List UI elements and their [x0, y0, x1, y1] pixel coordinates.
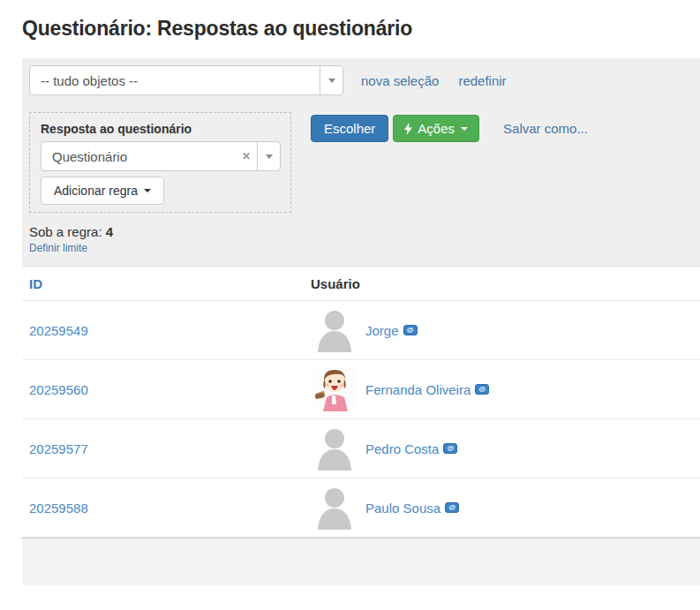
table-row: 20259577 — [22, 419, 700, 478]
new-selection-link[interactable]: nova seleção — [361, 73, 439, 88]
saved-selection-value: -- tudo objetos -- — [30, 66, 320, 94]
chevron-down-icon — [266, 154, 273, 159]
saved-selection-row: -- tudo objetos -- nova seleção redefini… — [29, 65, 691, 95]
column-header-id: ID — [22, 276, 311, 291]
record-id-link[interactable]: 20259560 — [29, 382, 88, 397]
id-cell: 20259588 — [22, 501, 311, 516]
actions-button-label: Ações — [418, 121, 455, 136]
clear-icon[interactable]: ✕ — [236, 142, 257, 170]
avatar — [311, 486, 358, 530]
under-rule-count: Sob a regra: 4 — [29, 224, 691, 239]
sort-by-id-link[interactable]: ID — [29, 276, 42, 291]
table-row: 20259549 — [22, 301, 700, 360]
table-row: 20259588 — [22, 478, 700, 538]
user-cell: Paulo Sousa @ — [311, 486, 700, 530]
record-id-link[interactable]: 20259588 — [29, 501, 88, 516]
save-as-link[interactable]: Salvar como... — [503, 121, 588, 136]
avatar — [311, 426, 358, 471]
contact-at-icon[interactable]: @ — [445, 502, 459, 513]
rule-select[interactable]: Questionário ✕ — [41, 141, 281, 171]
page-title: Questionário: Respostas ao questionário — [22, 17, 700, 41]
user-name-link[interactable]: Pedro Costa — [365, 441, 439, 456]
select-arrow-box[interactable] — [257, 142, 280, 170]
lightning-bolt-icon — [404, 123, 412, 135]
user-cell: Pedro Costa @ — [311, 426, 700, 471]
rule-and-actions-row: Resposta ao questionário Questionário ✕ … — [29, 112, 691, 213]
action-buttons: Escolher Ações Salvar como... — [311, 112, 588, 142]
contact-at-icon[interactable]: @ — [443, 443, 457, 454]
user-name-link[interactable]: Fernanda Oliveira — [365, 382, 470, 397]
reset-link[interactable]: redefinir — [458, 73, 506, 88]
under-rule-value: 4 — [106, 224, 113, 239]
contact-at-icon[interactable]: @ — [403, 325, 418, 335]
default-avatar-silhouette — [315, 486, 354, 530]
default-avatar-silhouette — [315, 308, 354, 352]
user-name-link[interactable]: Paulo Sousa — [365, 501, 440, 516]
user-cell: Fernanda Oliveira @ — [311, 367, 700, 411]
rule-select-value: Questionário — [41, 142, 236, 170]
rule-box-label: Resposta ao questionário — [41, 122, 280, 136]
user-cell: Jorge @ — [311, 308, 700, 352]
saved-selection-select[interactable]: -- tudo objetos -- — [29, 65, 343, 95]
table-row: 20259560 — [22, 360, 700, 419]
actions-button[interactable]: Ações — [393, 115, 479, 142]
choose-button-label: Escolher — [324, 121, 375, 136]
chevron-down-icon — [328, 79, 335, 83]
id-cell: 20259549 — [22, 323, 311, 338]
default-avatar-silhouette — [315, 426, 354, 471]
chevron-down-icon — [144, 189, 151, 192]
table-header-row: ID Usuário — [22, 266, 700, 301]
avatar — [311, 308, 358, 352]
table-body: 20259549 — [22, 301, 700, 538]
record-id-link[interactable]: 20259577 — [29, 441, 88, 456]
choose-button[interactable]: Escolher — [311, 115, 388, 142]
select-arrow-box[interactable] — [320, 66, 342, 94]
id-cell: 20259577 — [22, 441, 311, 456]
column-header-user: Usuário — [311, 276, 700, 291]
rule-box: Resposta ao questionário Questionário ✕ … — [29, 112, 291, 213]
contact-at-icon[interactable]: @ — [475, 384, 489, 395]
set-limit-link[interactable]: Definir limite — [29, 242, 87, 254]
user-name-link[interactable]: Jorge — [365, 323, 399, 338]
id-cell: 20259560 — [22, 382, 311, 397]
filter-toolbar-panel: -- tudo objetos -- nova seleção redefini… — [22, 58, 700, 266]
add-rule-button[interactable]: Adicionar regra — [41, 177, 164, 205]
avatar — [311, 367, 358, 411]
photo-avatar — [312, 367, 357, 411]
record-id-link[interactable]: 20259549 — [29, 323, 88, 338]
table-footer — [22, 538, 700, 585]
results-table: ID Usuário 20259549 — [22, 266, 700, 538]
add-rule-label: Adicionar regra — [54, 184, 138, 198]
under-rule-label: Sob a regra: — [29, 224, 102, 239]
chevron-down-icon — [461, 127, 468, 131]
